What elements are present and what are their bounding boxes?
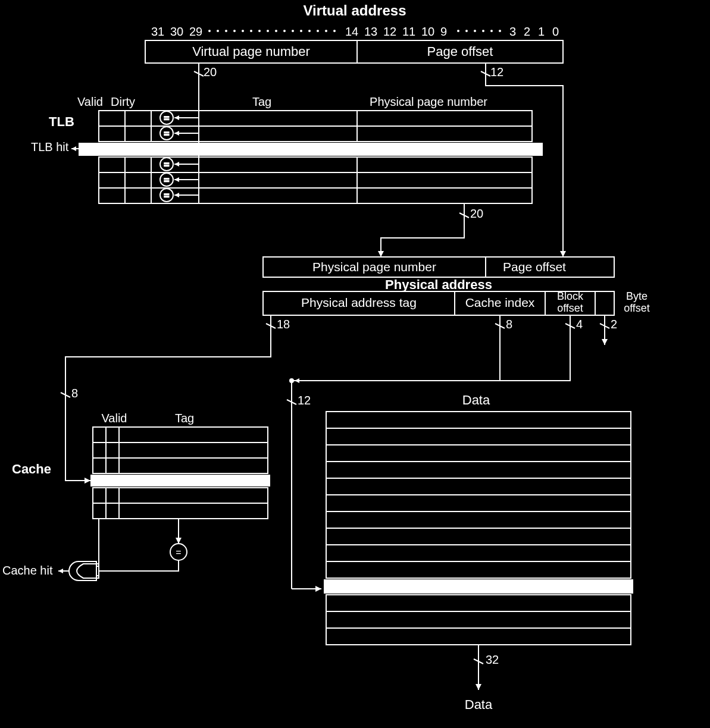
svg-rect-103: [326, 445, 631, 462]
cache-col-valid: Valid: [102, 412, 127, 425]
svg-text:14: 14: [345, 25, 358, 38]
svg-point-5: [225, 30, 227, 32]
svg-rect-109: [326, 545, 631, 561]
width-cache-ref: 12: [298, 394, 311, 407]
svg-rect-105: [326, 478, 631, 495]
tlb-col-ppn: Physical page number: [370, 95, 487, 108]
data-table: [324, 412, 633, 645]
title-physical-address: Physical address: [385, 277, 492, 292]
label-byte-offset: Byte: [626, 290, 648, 302]
label-ppn: Physical page number: [312, 260, 436, 274]
svg-point-10: [267, 30, 269, 32]
svg-point-29: [490, 30, 493, 32]
cache-col-tag: Tag: [175, 412, 194, 425]
svg-rect-110: [326, 561, 631, 578]
tlb-col-tag: Tag: [252, 95, 271, 108]
svg-point-11: [275, 30, 277, 32]
svg-text:1: 1: [538, 25, 545, 38]
physical-address-box: Physical page number Page offset Physica…: [263, 257, 650, 315]
tlb-col-dirty: Dirty: [111, 95, 135, 108]
label-pa-tag: Physical address tag: [301, 296, 417, 309]
tlb-cache-diagram: Virtual address 31 30 29 14 13 12 11 10 …: [0, 0, 710, 728]
svg-point-9: [258, 30, 261, 32]
width-to-cache: 8: [71, 387, 78, 400]
svg-text:10: 10: [421, 25, 434, 38]
svg-rect-73: [595, 291, 614, 315]
svg-text:29: 29: [189, 25, 202, 38]
svg-point-26: [465, 30, 468, 32]
svg-point-6: [233, 30, 236, 32]
title-virtual-address: Virtual address: [304, 2, 406, 18]
label-cache: Cache: [12, 462, 51, 476]
svg-text:offset: offset: [557, 302, 583, 314]
svg-point-4: [217, 30, 219, 32]
svg-text:12: 12: [383, 25, 396, 38]
svg-point-18: [333, 30, 336, 32]
tlb-table: [79, 111, 543, 203]
svg-point-3: [208, 30, 211, 32]
width-pa-tag: 18: [277, 318, 290, 331]
label-cache-index: Cache index: [465, 296, 535, 309]
width-block-offset: 4: [576, 318, 583, 331]
svg-text:9: 9: [440, 25, 447, 38]
svg-rect-102: [326, 428, 631, 445]
svg-text:=: =: [164, 113, 170, 123]
svg-rect-112: [326, 595, 631, 611]
width-offset: 12: [490, 65, 503, 79]
svg-rect-40: [79, 143, 543, 156]
svg-rect-113: [326, 611, 631, 628]
svg-text:11: 11: [402, 25, 415, 38]
tlb-headers: Valid Dirty Tag Physical page number: [77, 95, 487, 108]
label-data-col: Data: [462, 393, 490, 407]
svg-text:=: =: [164, 190, 170, 200]
svg-point-7: [242, 30, 244, 32]
svg-rect-111: [324, 579, 633, 594]
cache-comparator-icon: =: [176, 547, 181, 557]
width-ppn: 20: [470, 207, 483, 220]
width-cache-index: 8: [506, 318, 512, 331]
svg-rect-104: [326, 462, 631, 478]
width-data: 32: [486, 653, 499, 666]
label-data-out: Data: [465, 697, 493, 712]
svg-point-17: [325, 30, 327, 32]
svg-point-16: [317, 30, 319, 32]
svg-text:0: 0: [552, 25, 559, 38]
label-tlb-hit: TLB hit: [31, 140, 69, 153]
svg-rect-82: [90, 475, 270, 487]
and-gate-icon: [69, 561, 99, 580]
svg-text:=: =: [164, 128, 170, 139]
svg-rect-108: [326, 528, 631, 545]
label-vpn: Virtual page number: [192, 44, 310, 59]
svg-text:offset: offset: [624, 302, 650, 314]
svg-point-14: [300, 30, 302, 32]
svg-point-27: [474, 30, 476, 32]
svg-rect-101: [326, 412, 631, 428]
svg-text:13: 13: [364, 25, 377, 38]
label-tlb: TLB: [49, 114, 74, 129]
label-pa-offset: Page offset: [503, 260, 566, 274]
svg-text:31: 31: [151, 25, 164, 38]
svg-rect-107: [326, 512, 631, 528]
svg-text:=: =: [164, 175, 170, 185]
svg-rect-114: [326, 628, 631, 645]
svg-point-13: [292, 30, 294, 32]
va-bit-numbers: 31 30 29 14 13 12 11 10 9 3 2 1 0: [151, 25, 559, 38]
svg-point-28: [482, 30, 484, 32]
svg-point-8: [250, 30, 252, 32]
svg-text:30: 30: [170, 25, 183, 38]
svg-point-15: [308, 30, 311, 32]
tlb-col-valid: Valid: [77, 95, 103, 108]
svg-point-25: [457, 30, 459, 32]
svg-rect-106: [326, 495, 631, 512]
svg-text:2: 2: [524, 25, 530, 38]
label-block-offset: Block: [557, 290, 584, 302]
cache-tag-table: [90, 427, 270, 519]
va-fields-box: Virtual page number Page offset: [145, 40, 563, 63]
svg-text:3: 3: [509, 25, 516, 38]
label-cache-hit: Cache hit: [2, 564, 53, 577]
svg-point-12: [283, 30, 286, 32]
label-page-offset: Page offset: [427, 44, 493, 59]
svg-text:=: =: [164, 159, 170, 170]
width-vpn: 20: [204, 65, 217, 79]
svg-point-30: [499, 30, 501, 32]
